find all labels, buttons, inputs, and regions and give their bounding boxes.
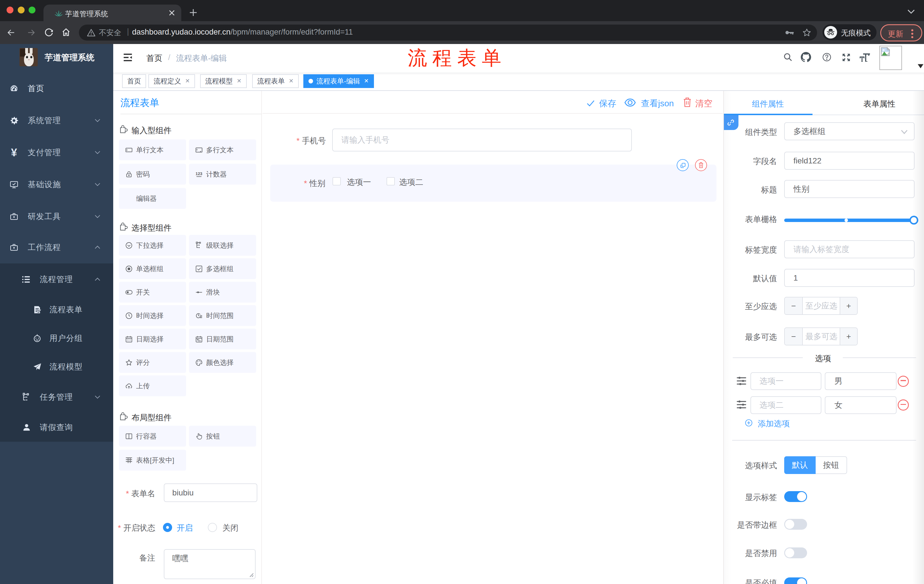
svg-text:123: 123 bbox=[196, 171, 202, 176]
